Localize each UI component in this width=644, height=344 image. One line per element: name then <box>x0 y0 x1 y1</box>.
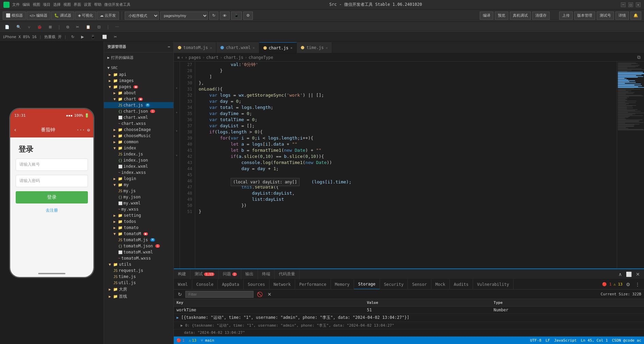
folder-tomato[interactable]: ▶ 📁 tomato <box>104 225 173 231</box>
cut-btn[interactable]: ✂ <box>74 24 81 30</box>
src-title[interactable]: ▼ SRC <box>104 64 173 71</box>
file-chart-json[interactable]: {} chart.json 1 <box>104 108 173 114</box>
menu-item-view[interactable]: 视图 <box>33 2 40 7</box>
menu-item-view2[interactable]: 视图 <box>63 2 71 7</box>
tab-tomatom-js[interactable]: tomatoM.js ✕ <box>174 42 216 53</box>
status-warn[interactable]: ⚠ 13 <box>189 338 197 343</box>
hot-reload-label[interactable]: 热重载 开 <box>44 34 62 39</box>
test-btn[interactable]: 测试号 <box>597 12 614 20</box>
account-input[interactable]: 请输入账号 <box>16 159 88 171</box>
tab-chart-wxml[interactable]: chart.wxml ✕ <box>216 42 259 53</box>
simulator-btn[interactable]: ⬜ 模拟器 <box>3 12 26 20</box>
bottom-expand-btn[interactable]: ⬜ <box>625 271 633 278</box>
devtools-tab-audits[interactable]: Audits <box>450 279 473 290</box>
storage-refresh-btn[interactable]: ↻ <box>177 291 183 298</box>
settings-btn[interactable]: ⚙ <box>243 12 253 20</box>
open-files-title[interactable]: ▶ 打开的编辑器 <box>104 54 173 62</box>
tab-close-chart-js[interactable]: ✕ <box>290 46 292 50</box>
breadcrumb-split-icon[interactable]: ⧉ <box>637 54 641 60</box>
table-row-expanded[interactable]: ▶ [{taskname: "运动", time: "1", username:… <box>174 314 644 322</box>
breadcrumb-changetype[interactable]: changeType <box>248 55 273 60</box>
tab-close-chart-wxml[interactable]: ✕ <box>253 46 255 50</box>
preview-btn[interactable]: 预览 <box>495 12 508 20</box>
devtools-tab-sensor[interactable]: Sensor <box>408 279 431 290</box>
folder-pages[interactable]: ▼ 📁 pages ● <box>104 84 173 90</box>
breadcrumb-pages[interactable]: pages <box>189 55 201 60</box>
folder-dafang[interactable]: ▶ 📁 大房 <box>104 286 173 293</box>
status-line-ending[interactable]: LF <box>546 338 550 343</box>
file-tomatom-wxss[interactable]: ~ tomatoM.wxss <box>104 255 173 261</box>
menu-item-wechat[interactable]: 微信开发者工具 <box>104 2 131 7</box>
file-request-js[interactable]: JS request.js <box>104 267 173 274</box>
storage-clear-btn[interactable]: 🚫 <box>256 291 264 298</box>
devtools-tab-storage[interactable]: Storage <box>354 279 380 290</box>
fold-indicator-47[interactable]: ▾ <box>174 153 180 160</box>
devtools-tab-security[interactable]: Security <box>380 279 408 290</box>
device-phone-btn[interactable]: 📱 <box>89 34 97 40</box>
password-input[interactable]: 请输入密码 <box>16 175 88 187</box>
debug2-btn[interactable]: 🐞 <box>35 24 44 30</box>
file-my-js[interactable]: JS my.js <box>104 188 173 194</box>
mode-select[interactable]: 小程序模式 <box>125 12 159 20</box>
folder-common[interactable]: ▶ 📁 common <box>104 139 173 145</box>
menu-item-edit[interactable]: 编辑 <box>22 2 30 7</box>
file-index-json[interactable]: {} index.json <box>104 157 173 163</box>
code-content[interactable]: val:'0分钟' } ] }, onLoad(){ var logs = wx… <box>195 62 617 268</box>
file-tomatom-js[interactable]: JS tomatoM.js M <box>104 237 173 243</box>
folder-utils[interactable]: ▼ 📁 utils <box>104 261 173 267</box>
login-button[interactable]: 登录 <box>16 191 88 203</box>
folder-images[interactable]: ▶ 📁 images <box>104 78 173 84</box>
file-select[interactable]: pages/my/my <box>160 12 208 20</box>
compile-btn[interactable]: 编译 <box>480 12 493 20</box>
bottom-tab-problems[interactable]: 问题 2 <box>219 269 241 279</box>
table-row-sub1[interactable]: ▶ 0: {taskname: "运动", time: "1", usernam… <box>174 322 644 329</box>
message-btn[interactable]: 🔔 <box>630 12 641 20</box>
device-cut2-btn[interactable]: ✂ <box>112 34 119 40</box>
devtools-tab-performance[interactable]: Performance <box>295 279 331 290</box>
folder-about[interactable]: ▶ 📁 about <box>104 90 173 96</box>
breadcrumb-chart[interactable]: chart <box>206 55 218 60</box>
fold-indicator-38[interactable]: ▾ <box>174 111 180 117</box>
status-language[interactable]: JavaScript <box>554 338 577 343</box>
file-tomatom-json[interactable]: {} tomatoM.json 1 <box>104 243 173 249</box>
tab-chart-js[interactable]: chart.js ✕ <box>259 42 297 53</box>
bottom-tab-test[interactable]: 测试 1,13 <box>190 269 219 279</box>
menu-item-interface[interactable]: 界面 <box>74 2 81 7</box>
refresh-btn[interactable]: ↻ <box>209 12 218 20</box>
file-time-js[interactable]: JS time.js <box>104 274 173 280</box>
file-chart-wxml[interactable]: ⬜ chart.wxml <box>104 114 173 120</box>
phone-settings-icon[interactable]: ⊙ <box>87 127 90 133</box>
new-file-btn[interactable]: 📄 <box>3 24 12 30</box>
terminal-btn[interactable]: ⊡ <box>95 24 103 30</box>
real-machine-btn[interactable]: 真机调试 <box>510 12 531 20</box>
bottom-tab-build[interactable]: 构建 <box>174 269 190 279</box>
breadcrumb-nav-fwd[interactable]: › <box>185 55 187 60</box>
table-row-sub2[interactable]: data: "2024-04-02 13:04:27" <box>174 329 644 336</box>
file-util-js[interactable]: JS util.js <box>104 280 173 286</box>
cloud-btn[interactable]: ☁ 云开发 <box>97 12 119 20</box>
bottom-close-btn[interactable]: ✕ <box>634 271 641 278</box>
bottom-tab-output[interactable]: 输出 <box>241 269 258 279</box>
folder-index[interactable]: ▼ 📁 index <box>104 145 173 151</box>
more-btn[interactable]: ⋯ <box>113 24 121 30</box>
maximize-button[interactable]: □ <box>628 2 633 7</box>
visual-btn[interactable]: ◈ 可视化 <box>75 12 96 20</box>
file-chart-js[interactable]: JS chart.js M <box>104 102 173 108</box>
devtools-tab-wxml[interactable]: Wxml <box>174 279 192 290</box>
tab-close-tomatom[interactable]: ✕ <box>210 46 212 50</box>
storage-filter-input[interactable] <box>185 291 254 298</box>
folder-shuxian[interactable]: ▶ 📁 首线 <box>104 293 173 300</box>
devtools-tab-appdata[interactable]: AppData <box>218 279 244 290</box>
register-link[interactable]: 去注册 <box>46 208 58 213</box>
menu-item-file[interactable]: 文件 <box>12 2 20 7</box>
folder-todos[interactable]: ▶ 📁 todos <box>104 218 173 225</box>
phone-back-btn[interactable]: ‹ <box>14 127 17 133</box>
folder-tomatom[interactable]: ▼ 📁 tomatoM ● <box>104 231 173 237</box>
device-tablet-btn[interactable]: ⬜ <box>100 34 109 40</box>
folder-chart[interactable]: ▼ 📁 chart ● <box>104 96 173 102</box>
fold-indicator-42[interactable]: ▾ <box>174 129 180 135</box>
devtools-tab-vulnerability[interactable]: Vulnerability <box>473 279 513 290</box>
editor-btn[interactable]: </> 编辑器 <box>27 12 50 20</box>
folder-choosemusic[interactable]: ▶ 📁 chooseMusic <box>104 133 173 139</box>
status-position[interactable]: Ln 45, Col 1 <box>581 338 608 343</box>
